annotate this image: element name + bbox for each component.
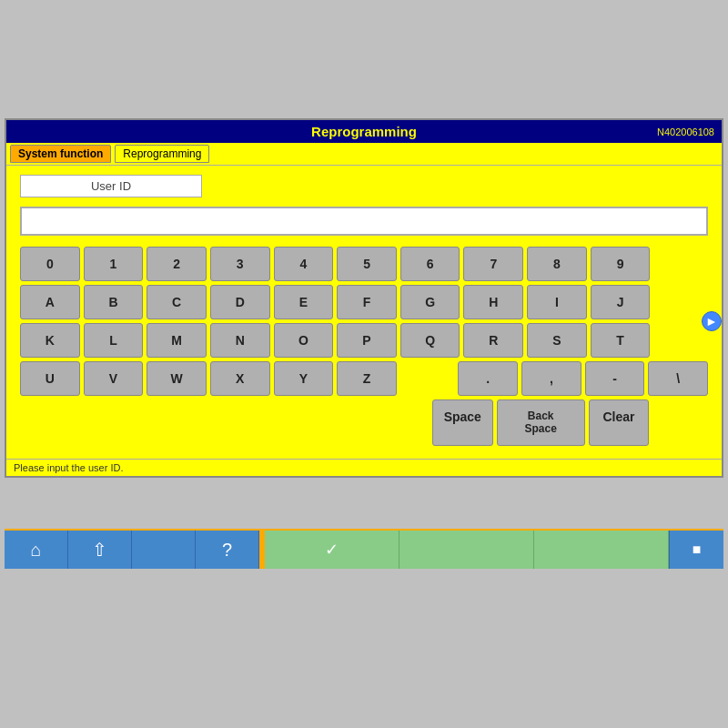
key-backslash[interactable]: \ bbox=[648, 361, 708, 396]
userid-input[interactable] bbox=[20, 207, 708, 236]
key-e[interactable]: E bbox=[274, 285, 334, 319]
key-4[interactable]: 4 bbox=[274, 247, 334, 281]
key-v[interactable]: V bbox=[84, 361, 144, 396]
key-z[interactable]: Z bbox=[337, 361, 397, 396]
back-icon: ⇧ bbox=[92, 539, 107, 561]
key-2[interactable]: 2 bbox=[147, 247, 207, 281]
key-r[interactable]: R bbox=[463, 323, 523, 358]
key-s[interactable]: S bbox=[527, 323, 587, 358]
key-k[interactable]: K bbox=[20, 323, 80, 358]
toolbar-right-group: ✓ ■ bbox=[265, 531, 723, 569]
title-text: Reprogramming bbox=[311, 124, 417, 139]
key-clear[interactable]: Clear bbox=[589, 399, 650, 446]
key-6[interactable]: 6 bbox=[400, 247, 460, 281]
key-3[interactable]: 3 bbox=[210, 247, 270, 281]
nav-icon: ■ bbox=[693, 541, 702, 558]
home-icon: ⌂ bbox=[30, 540, 41, 561]
key-empty-s6 bbox=[315, 399, 370, 446]
key-empty-s5 bbox=[256, 399, 311, 446]
key-1[interactable]: 1 bbox=[84, 247, 144, 281]
key-empty-s7 bbox=[373, 399, 429, 446]
key-empty-r2 bbox=[653, 285, 708, 319]
key-j[interactable]: J bbox=[591, 285, 651, 319]
key-row-digits: 0 1 2 3 4 5 6 7 8 9 bbox=[20, 247, 708, 281]
scroll-right-btn[interactable]: ► bbox=[702, 311, 722, 331]
key-empty-s3 bbox=[137, 399, 193, 446]
key-d[interactable]: D bbox=[210, 285, 270, 319]
confirm-button[interactable]: ✓ bbox=[265, 531, 399, 569]
title-bar: Reprogramming N402006108 bbox=[6, 120, 722, 143]
key-row-kt: K L M N O P Q R S T bbox=[20, 323, 708, 358]
key-g[interactable]: G bbox=[400, 285, 460, 319]
help-button[interactable]: ? bbox=[196, 531, 259, 569]
key-row-special: Space BackSpace Clear bbox=[20, 399, 708, 446]
help-icon: ? bbox=[222, 540, 232, 561]
title-code: N402006108 bbox=[657, 126, 714, 137]
key-7[interactable]: 7 bbox=[463, 247, 523, 281]
key-x[interactable]: X bbox=[210, 361, 270, 396]
status-message: Please input the user ID. bbox=[14, 462, 123, 473]
key-i[interactable]: I bbox=[527, 285, 587, 319]
main-content: User ID 0 1 2 3 4 5 6 7 8 9 A B bbox=[6, 166, 722, 459]
key-0[interactable]: 0 bbox=[20, 247, 80, 281]
key-row-aj: A B C D E F G H I J bbox=[20, 285, 708, 319]
key-n[interactable]: N bbox=[210, 323, 270, 358]
key-m[interactable]: M bbox=[147, 323, 207, 358]
keyboard-area: 0 1 2 3 4 5 6 7 8 9 A B C D E F G bbox=[20, 247, 708, 446]
home-button[interactable]: ⌂ bbox=[5, 531, 68, 569]
breadcrumb-current[interactable]: Reprogramming bbox=[115, 145, 209, 163]
key-a[interactable]: A bbox=[20, 285, 80, 319]
userid-label: User ID bbox=[91, 179, 131, 193]
key-f[interactable]: F bbox=[337, 285, 397, 319]
key-q[interactable]: Q bbox=[400, 323, 460, 358]
userid-label-box: User ID bbox=[20, 175, 202, 197]
key-l[interactable]: L bbox=[84, 323, 144, 358]
key-dot[interactable]: . bbox=[458, 361, 518, 396]
green-empty-1[interactable] bbox=[399, 531, 534, 569]
key-t[interactable]: T bbox=[591, 323, 651, 358]
key-c[interactable]: C bbox=[147, 285, 207, 319]
key-p[interactable]: P bbox=[337, 323, 397, 358]
key-row-uz: U V W X Y Z . , - \ bbox=[20, 361, 708, 396]
key-empty-r3 bbox=[653, 323, 708, 358]
key-empty-r4 bbox=[400, 361, 455, 396]
toolbar-empty-btn[interactable] bbox=[132, 531, 196, 569]
key-h[interactable]: H bbox=[463, 285, 523, 319]
green-empty-2[interactable] bbox=[534, 531, 669, 569]
key-8[interactable]: 8 bbox=[527, 247, 587, 281]
breadcrumb-system[interactable]: System function bbox=[10, 145, 111, 163]
key-empty-s1 bbox=[20, 399, 76, 446]
key-b[interactable]: B bbox=[84, 285, 144, 319]
key-u[interactable]: U bbox=[20, 361, 80, 396]
key-5[interactable]: 5 bbox=[337, 247, 397, 281]
key-w[interactable]: W bbox=[147, 361, 207, 396]
key-y[interactable]: Y bbox=[274, 361, 334, 396]
nav-button[interactable]: ■ bbox=[669, 531, 723, 569]
back-button[interactable]: ⇧ bbox=[68, 531, 132, 569]
main-window: Reprogramming N402006108 System function… bbox=[5, 118, 723, 478]
breadcrumb-bar: System function Reprogramming bbox=[6, 143, 722, 166]
status-bar: Please input the user ID. bbox=[6, 459, 722, 476]
key-space[interactable]: Space bbox=[432, 399, 493, 446]
toolbar-left-group: ⌂ ⇧ ? bbox=[5, 531, 259, 569]
key-backspace[interactable]: BackSpace bbox=[497, 399, 585, 446]
key-dash[interactable]: - bbox=[585, 361, 645, 396]
bottom-toolbar: ⌂ ⇧ ? ✓ ■ bbox=[5, 529, 723, 569]
key-empty-s2 bbox=[79, 399, 135, 446]
key-o[interactable]: O bbox=[274, 323, 334, 358]
key-empty-s4 bbox=[197, 399, 252, 446]
key-empty-s8 bbox=[652, 399, 708, 446]
key-empty-r1 bbox=[653, 247, 708, 281]
key-comma[interactable]: , bbox=[521, 361, 581, 396]
key-9[interactable]: 9 bbox=[591, 247, 651, 281]
check-icon: ✓ bbox=[325, 540, 339, 560]
